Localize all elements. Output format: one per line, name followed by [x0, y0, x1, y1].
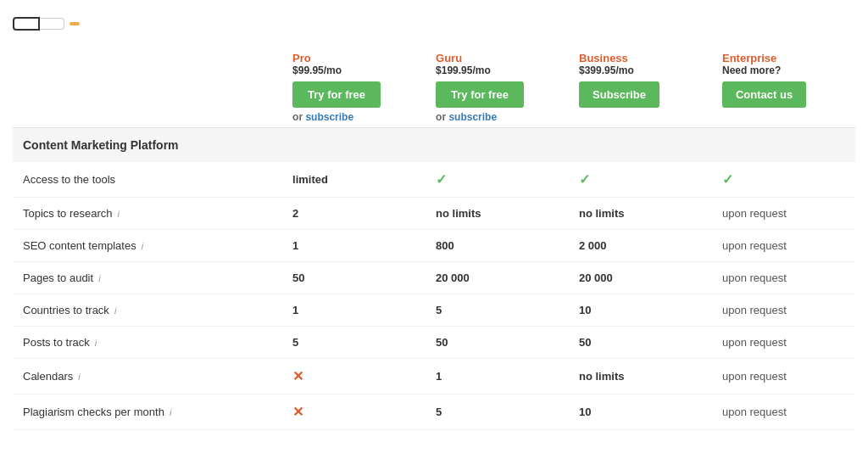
feature-value-cell: upon request: [712, 394, 855, 430]
info-icon[interactable]: i: [139, 241, 144, 251]
feature-value-cell: 20 000: [426, 262, 569, 294]
feature-value-cell: 20 000: [569, 262, 712, 294]
feature-value-bold: 20 000: [436, 271, 470, 284]
feature-value-bold: no limits: [436, 207, 481, 220]
feature-name-cell: Countries to track i: [13, 294, 282, 327]
plan-name-pro: Pro: [292, 52, 415, 64]
table-row: Topics to research i2no limitsno limitsu…: [13, 198, 855, 230]
feature-value-cell: 800: [426, 230, 569, 262]
feature-value-cell: 1: [426, 359, 569, 394]
plan-col-business: Business $399.95/mo Subscribe: [569, 43, 712, 128]
feature-value-cell: 10: [569, 394, 712, 430]
feature-value-bold: no limits: [579, 207, 624, 220]
table-body: Content Marketing PlatformAccess to the …: [13, 128, 855, 430]
info-icon[interactable]: i: [96, 273, 101, 283]
info-icon[interactable]: i: [112, 305, 117, 316]
feature-value-bold: 5: [436, 304, 442, 316]
feature-name-cell: Topics to research i: [13, 198, 282, 230]
feature-value-normal: upon request: [722, 336, 787, 349]
feature-value-cell: upon request: [712, 230, 855, 262]
feature-name-label: Countries to track: [23, 304, 109, 316]
feature-value-bold: 20 000: [579, 271, 613, 284]
info-icon[interactable]: i: [75, 372, 81, 382]
check-icon: ✓: [722, 172, 733, 187]
section-header-label: Content Marketing Platform: [13, 128, 855, 163]
feature-value-bold: 50: [436, 336, 448, 349]
feature-value-cell: ✓: [569, 162, 712, 198]
feature-name-cell: Access to the tools: [13, 162, 282, 198]
feature-value-bold: no limits: [579, 370, 624, 383]
feature-value-cell: upon request: [712, 359, 855, 394]
feature-value-normal: upon request: [722, 304, 787, 316]
feature-value-cell: 50: [569, 327, 712, 359]
feature-value-bold: 50: [292, 271, 304, 284]
feature-name-label: Topics to research: [23, 207, 113, 220]
feature-name-cell: Pages to audit i: [13, 262, 282, 294]
enterprise-need-more: Need more?: [722, 64, 845, 76]
feature-name-cell: Plagiarism checks per month i: [13, 394, 282, 430]
feature-value-cell: 1: [282, 230, 426, 262]
billing-monthly-button[interactable]: [13, 17, 40, 31]
info-icon[interactable]: i: [167, 407, 172, 417]
pro-try-free-button[interactable]: Try for free: [292, 81, 381, 108]
feature-value-normal: upon request: [722, 406, 787, 418]
feature-value-cell: 5: [426, 294, 569, 327]
feature-value-bold: 10: [579, 304, 591, 316]
feature-value-cell: ✕: [282, 359, 426, 394]
feature-value-cell: 50: [426, 327, 569, 359]
feature-value-bold: 2: [292, 207, 298, 220]
plan-name-guru: Guru: [436, 52, 559, 64]
feature-value-cell: no limits: [426, 198, 569, 230]
table-row: Posts to track i55050upon request: [13, 327, 855, 359]
feature-value-cell: upon request: [712, 327, 855, 359]
billing-annually-button[interactable]: [40, 18, 64, 30]
feature-value-normal: upon request: [722, 271, 787, 284]
feature-value-normal: upon request: [722, 370, 787, 383]
feature-value-bold: 2 000: [579, 239, 607, 252]
feature-value-bold: 10: [579, 406, 591, 418]
feature-value-cell: ✕: [282, 394, 426, 430]
billing-toggle: [13, 8, 855, 43]
guru-subscribe-link[interactable]: subscribe: [448, 111, 497, 123]
guru-try-free-button[interactable]: Try for free: [436, 81, 524, 108]
pro-or-subscribe: or subscribe: [292, 111, 415, 123]
feature-value-cell: limited: [282, 162, 426, 198]
feature-value-cell: 1: [282, 294, 426, 327]
feature-value-bold: 50: [579, 336, 591, 349]
feature-value-bold: 5: [292, 336, 298, 349]
feature-value-cell: ✓: [712, 162, 855, 198]
feature-value-cell: 2: [282, 198, 426, 230]
feature-name-label: Access to the tools: [23, 173, 115, 186]
feature-name-label: Plagiarism checks per month: [23, 406, 164, 418]
check-icon: ✓: [436, 172, 447, 187]
save-badge: [70, 22, 80, 25]
table-row: SEO content templates i18002 000upon req…: [13, 230, 855, 262]
feature-value-cell: 2 000: [569, 230, 712, 262]
feature-value-cell: 10: [569, 294, 712, 327]
feature-value-bold: 1: [436, 370, 442, 383]
table-row: Plagiarism checks per month i✕510upon re…: [13, 394, 855, 430]
feature-col-header: [13, 43, 282, 128]
business-subscribe-button[interactable]: Subscribe: [579, 81, 659, 108]
plan-col-enterprise: Enterprise Need more? Contact us: [712, 43, 855, 128]
check-icon: ✓: [579, 172, 590, 187]
pro-subscribe-link[interactable]: subscribe: [305, 111, 353, 123]
feature-value-normal: upon request: [722, 207, 787, 220]
feature-value-cell: 5: [426, 394, 569, 430]
enterprise-contact-button[interactable]: Contact us: [722, 81, 806, 108]
plan-name-business: Business: [579, 52, 702, 64]
table-row: Countries to track i1510upon request: [13, 294, 855, 327]
plan-price-business: $399.95/mo: [579, 64, 702, 76]
feature-name-cell: Posts to track i: [13, 327, 282, 359]
feature-name-cell: Calendars i: [13, 359, 282, 394]
feature-value-bold: 1: [292, 239, 298, 252]
info-icon[interactable]: i: [92, 338, 97, 348]
feature-name-cell: SEO content templates i: [13, 230, 282, 262]
feature-name-label: Calendars: [23, 370, 73, 383]
feature-value-bold: 1: [292, 304, 298, 316]
feature-value-cell: upon request: [712, 262, 855, 294]
info-icon[interactable]: i: [115, 209, 120, 219]
plan-col-guru: Guru $199.95/mo Try for free or subscrib…: [426, 43, 569, 128]
feature-value-cell: no limits: [569, 198, 712, 230]
feature-value-cell: ✓: [426, 162, 569, 198]
